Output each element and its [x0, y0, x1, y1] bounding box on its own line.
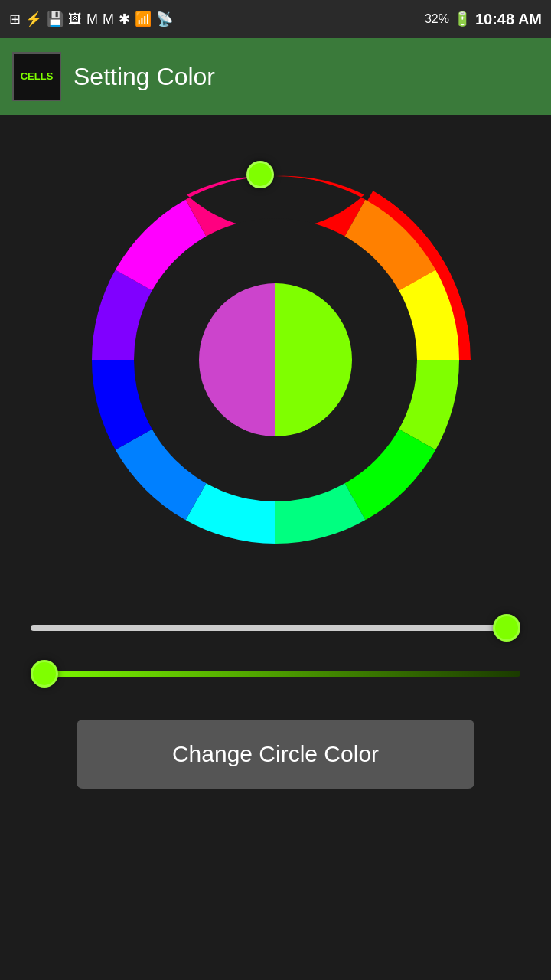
center-preview — [199, 283, 352, 436]
app-icon: CELLS — [12, 52, 61, 101]
saturation-slider-track[interactable] — [31, 625, 520, 631]
battery-icon: 🔋 — [454, 11, 471, 28]
saturation-slider-knob[interactable] — [493, 614, 520, 642]
status-bar: ⊞ ⚡ 💾 🖼 M M ✱ 📶 📡 32% 🔋 10:48 AM — [0, 0, 551, 38]
brightness-slider-knob[interactable] — [31, 660, 58, 688]
wifi-icon: 📶 — [135, 11, 152, 28]
image-icon: 🖼 — [68, 11, 82, 28]
status-right-icons: 32% 🔋 10:48 AM — [425, 11, 542, 28]
gmail-icon: M — [86, 11, 98, 28]
status-time: 10:48 AM — [475, 11, 542, 28]
battery-percent: 32% — [425, 12, 449, 26]
change-circle-color-button[interactable]: Change Circle Color — [77, 720, 474, 789]
usb-icon: ⚡ — [25, 11, 42, 28]
gmail2-icon: M — [103, 11, 114, 28]
app-icon-label: CELLS — [21, 70, 54, 83]
bluetooth-icon: ✱ — [119, 11, 130, 28]
main-content: Change Circle Color — [0, 115, 551, 980]
preview-right — [276, 283, 352, 436]
app-bar: CELLS Setting Color — [0, 38, 551, 115]
status-left-icons: ⊞ ⚡ 💾 🖼 M M ✱ 📶 📡 — [9, 11, 173, 28]
preview-left — [199, 283, 276, 436]
signal-icon: 📡 — [156, 11, 173, 28]
save-icon: 💾 — [47, 11, 64, 28]
hue-knob[interactable] — [246, 161, 274, 188]
brightness-slider-container — [31, 658, 520, 689]
brightness-slider-track[interactable] — [31, 671, 520, 677]
saturation-slider-container — [31, 612, 520, 643]
app-title: Setting Color — [73, 63, 215, 91]
color-wheel-container[interactable] — [61, 145, 490, 574]
add-icon: ⊞ — [9, 11, 21, 28]
